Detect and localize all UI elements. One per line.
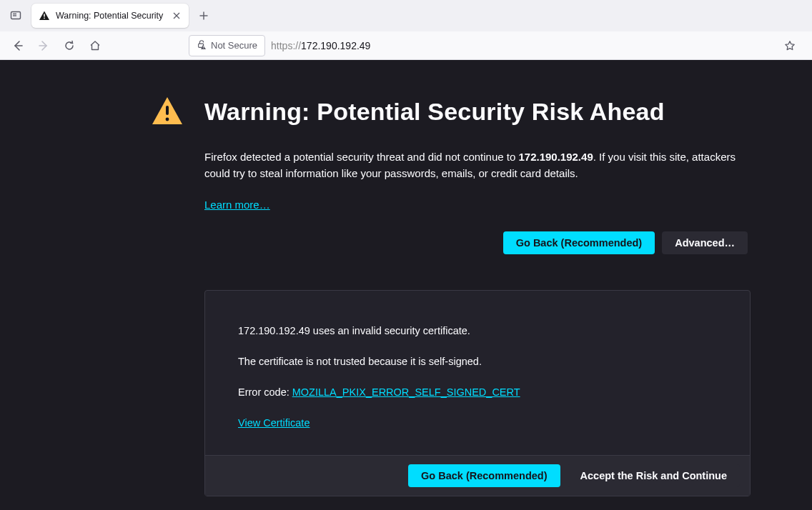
svg-rect-14 <box>166 106 169 115</box>
view-certificate-link[interactable]: View Certificate <box>238 417 310 429</box>
advanced-button[interactable]: Advanced… <box>662 231 748 254</box>
warning-paragraph: Firefox detected a potential security th… <box>204 149 748 182</box>
go-back-button-footer[interactable]: Go Back (Recommended) <box>408 464 560 487</box>
close-tab-button[interactable] <box>170 9 183 22</box>
error-code-link[interactable]: MOZILLA_PKIX_ERROR_SELF_SIGNED_CERT <box>292 386 520 398</box>
svg-rect-13 <box>203 48 204 49</box>
go-back-button[interactable]: Go Back (Recommended) <box>503 231 655 254</box>
home-button[interactable] <box>84 35 106 56</box>
forward-button[interactable] <box>33 35 54 56</box>
svg-point-15 <box>166 118 169 121</box>
page-content: Warning: Potential Security Risk Ahead F… <box>0 60 812 510</box>
advanced-details-panel: 172.190.192.49 uses an invalid security … <box>204 290 751 496</box>
svg-rect-12 <box>203 46 204 48</box>
navigation-toolbar: Not Secure https://172.190.192.49 <box>0 31 812 60</box>
cert-error-line1: 172.190.192.49 uses an invalid security … <box>238 324 717 339</box>
warning-triangle-icon <box>150 94 184 129</box>
cert-error-line2: The certificate is not trusted because i… <box>238 354 717 369</box>
security-indicator[interactable]: Not Secure <box>189 35 265 56</box>
svg-rect-4 <box>44 18 45 19</box>
warning-triangle-icon <box>39 10 50 21</box>
sidebar-toggle-button[interactable] <box>4 4 27 27</box>
new-tab-button[interactable] <box>193 5 214 26</box>
browser-tab[interactable]: Warning: Potential Security Risk <box>31 4 189 28</box>
url-host: 172.190.192.49 <box>301 40 370 51</box>
error-code-line: Error code: MOZILLA_PKIX_ERROR_SELF_SIGN… <box>238 385 717 400</box>
svg-rect-3 <box>44 14 45 17</box>
back-button[interactable] <box>7 35 29 56</box>
url-scheme: https:// <box>271 40 301 51</box>
learn-more-link[interactable]: Learn more… <box>204 199 270 211</box>
error-code-label: Error code: <box>238 386 292 398</box>
tab-title: Warning: Potential Security Risk <box>56 11 164 21</box>
accept-risk-button[interactable]: Accept the Risk and Continue <box>568 464 740 487</box>
warning-paragraph-host: 172.190.192.49 <box>518 151 593 163</box>
url-text[interactable]: https://172.190.192.49 <box>269 35 779 56</box>
warning-paragraph-lead: Firefox detected a potential security th… <box>204 151 518 163</box>
security-indicator-label: Not Secure <box>211 40 257 51</box>
page-heading: Warning: Potential Security Risk Ahead <box>204 98 665 126</box>
address-bar[interactable]: Not Secure https://172.190.192.49 <box>189 35 801 56</box>
bookmark-star-button[interactable] <box>779 35 801 56</box>
lock-warning-icon <box>197 39 207 51</box>
tab-strip: Warning: Potential Security Risk <box>0 0 812 31</box>
reload-button[interactable] <box>59 35 80 56</box>
